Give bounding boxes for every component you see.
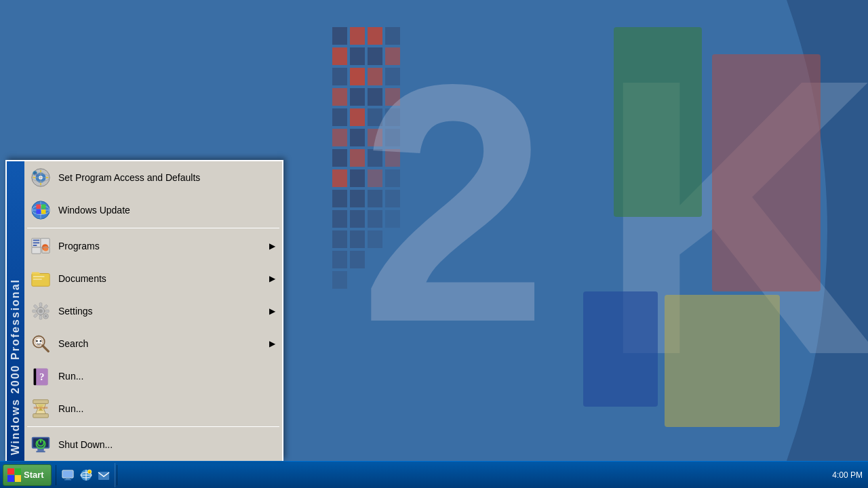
- svg-rect-36: [332, 210, 347, 228]
- svg-rect-8: [332, 68, 347, 85]
- run-label: Run...: [58, 403, 275, 414]
- svg-rect-63: [41, 205, 46, 209]
- set-program-access-label: Set Program Access and Defaults: [58, 172, 275, 183]
- menu-item-shutdown[interactable]: Shut Down...: [24, 428, 282, 461]
- svg-rect-86: [33, 313, 38, 318]
- windows-update-icon: [28, 198, 53, 222]
- svg-rect-82: [33, 310, 37, 312]
- svg-rect-68: [33, 242, 39, 243]
- start-button[interactable]: Start: [3, 464, 52, 486]
- menu-item-set-program-access[interactable]: Set Program Access and Defaults: [24, 161, 282, 194]
- svg-rect-64: [36, 209, 41, 214]
- system-tray: 4:00 PM: [832, 470, 868, 480]
- logo-2: 2: [359, 34, 548, 373]
- documents-icon: [28, 266, 53, 291]
- svg-rect-84: [33, 304, 38, 309]
- settings-label: Settings: [58, 306, 264, 317]
- svg-rect-4: [332, 47, 347, 65]
- separator-2: [27, 426, 279, 427]
- svg-rect-45: [332, 271, 347, 289]
- start-button-label: Start: [24, 470, 44, 480]
- shutdown-label: Shut Down...: [58, 439, 275, 450]
- search-label: Search: [58, 338, 264, 349]
- start-menu-sidebar: Windows 2000 Professional: [7, 161, 24, 461]
- svg-rect-110: [66, 478, 70, 479]
- flag-green-panel: [614, 27, 702, 217]
- svg-rect-85: [43, 304, 48, 309]
- svg-rect-0: [332, 27, 347, 45]
- menu-item-programs[interactable]: Programs ▶: [24, 230, 282, 262]
- search-arrow: ▶: [269, 339, 275, 348]
- settings-arrow: ▶: [269, 306, 275, 316]
- svg-rect-32: [332, 190, 347, 207]
- programs-arrow: ▶: [269, 241, 275, 251]
- svg-rect-111: [64, 479, 71, 481]
- settings-icon: [28, 299, 53, 323]
- svg-point-93: [36, 340, 38, 342]
- svg-line-92: [43, 346, 48, 351]
- run-icon: [28, 396, 53, 421]
- flag-blue-panel: [583, 291, 658, 407]
- svg-text:?: ?: [39, 371, 45, 382]
- svg-rect-109: [63, 471, 73, 477]
- svg-rect-40: [332, 230, 347, 248]
- flag-green-quadrant: [15, 468, 22, 475]
- flag-blue-quadrant: [7, 475, 14, 482]
- svg-rect-101: [34, 407, 48, 409]
- svg-rect-71: [32, 247, 41, 253]
- svg-rect-76: [33, 276, 45, 277]
- svg-rect-118: [98, 472, 109, 480]
- menu-item-settings[interactable]: Settings ▶: [24, 295, 282, 327]
- set-program-access-icon: [28, 165, 53, 190]
- sidebar-brand-text: Windows 2000 Professional: [10, 279, 21, 455]
- svg-rect-20: [332, 129, 347, 146]
- svg-rect-83: [45, 310, 50, 312]
- outlook-express-button[interactable]: [96, 467, 112, 483]
- help-label: Run...: [58, 371, 275, 382]
- menu-item-documents[interactable]: Documents ▶: [24, 262, 282, 295]
- svg-rect-12: [332, 88, 347, 106]
- menu-item-windows-update[interactable]: Windows Update: [24, 194, 282, 226]
- flag-yellow-quadrant: [15, 475, 22, 482]
- search-icon: [28, 331, 53, 356]
- taskbar-divider-1: [56, 465, 56, 485]
- start-flag-icon: [7, 468, 21, 482]
- flag-red-quadrant: [7, 468, 14, 475]
- separator-1: [27, 228, 279, 228]
- flag-red-panel: [712, 54, 821, 291]
- svg-rect-24: [332, 149, 347, 167]
- help-icon: ?: [28, 364, 53, 388]
- svg-point-73: [43, 246, 49, 251]
- svg-rect-16: [332, 108, 347, 126]
- svg-rect-43: [332, 251, 347, 268]
- svg-rect-105: [36, 451, 45, 452]
- start-menu-items: Set Program Access and Defaults Wind: [24, 161, 282, 461]
- show-desktop-button[interactable]: [60, 467, 77, 483]
- svg-rect-80: [39, 303, 42, 307]
- programs-icon: [28, 234, 53, 258]
- svg-rect-65: [41, 209, 46, 214]
- internet-explorer-button[interactable]: e: [78, 467, 94, 483]
- documents-arrow: ▶: [269, 274, 275, 283]
- svg-point-94: [40, 340, 42, 342]
- svg-rect-62: [36, 205, 41, 209]
- svg-rect-100: [33, 414, 49, 418]
- svg-rect-67: [33, 240, 39, 241]
- programs-label: Programs: [58, 241, 264, 251]
- clock: 4:00 PM: [832, 470, 863, 480]
- svg-rect-75: [32, 273, 50, 286]
- windows-update-label: Windows Update: [58, 205, 275, 216]
- svg-rect-69: [33, 245, 37, 246]
- svg-rect-81: [39, 316, 42, 320]
- svg-point-79: [39, 309, 43, 313]
- shutdown-icon: [28, 432, 53, 457]
- menu-item-search[interactable]: Search ▶: [24, 327, 282, 360]
- taskbar: Start e: [0, 461, 868, 488]
- svg-rect-96: [34, 369, 37, 385]
- menu-item-help[interactable]: ? Run...: [24, 360, 282, 392]
- win2k-background: 2 K: [305, 0, 868, 461]
- menu-item-run[interactable]: Run...: [24, 392, 282, 425]
- quick-launch-bar: e: [58, 463, 115, 487]
- svg-rect-77: [33, 279, 42, 280]
- svg-point-89: [45, 315, 47, 317]
